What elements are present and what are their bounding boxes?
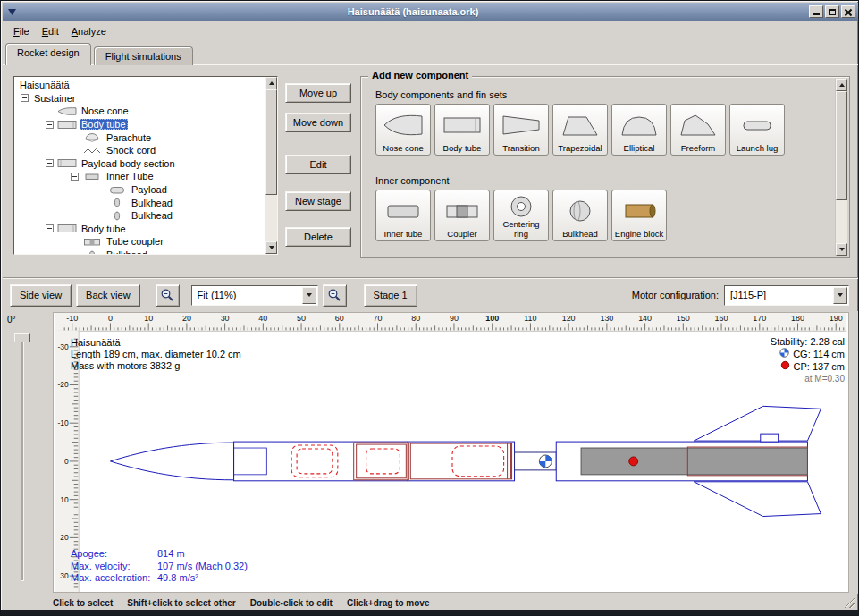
add-transition-button[interactable]: Transition: [493, 104, 549, 156]
parachute-icon: [82, 132, 102, 142]
collapse-icon[interactable]: [71, 173, 79, 181]
nose-cone-icon: [383, 106, 424, 144]
move-up-button[interactable]: Move up: [285, 83, 351, 103]
select-arrow-button[interactable]: [833, 287, 847, 304]
add-coupler-button[interactable]: Coupler: [434, 190, 490, 241]
tree-scrollbar[interactable]: [265, 77, 277, 254]
select-arrow-button[interactable]: [302, 287, 316, 304]
tree-view[interactable]: Haisunäätä Sustainer Nose cone Body tube…: [14, 77, 265, 254]
rocket-length: Length 189 cm, max. diameter 10.2 cm: [71, 349, 241, 360]
palette-scrollbar[interactable]: [835, 79, 847, 256]
svg-text:50: 50: [297, 314, 306, 323]
scroll-down-button[interactable]: [836, 243, 847, 256]
tree-item-bulkhead[interactable]: Bulkhead: [14, 196, 265, 209]
title-bar[interactable]: Haisunäätä (haisunaata.ork): [3, 3, 858, 21]
collapse-icon[interactable]: [46, 224, 54, 232]
component-button-label: Engine block: [615, 230, 663, 239]
svg-text:20: 20: [60, 533, 69, 542]
tree-item-tube-coupler[interactable]: Tube coupler: [14, 235, 265, 249]
scroll-up-button[interactable]: [265, 77, 277, 89]
component-button-label: Body tube: [443, 144, 482, 153]
launch-lug-shape[interactable]: [761, 434, 779, 442]
cg-marker: [539, 455, 552, 468]
svg-text:20: 20: [182, 314, 191, 323]
tree-item-sustainer[interactable]: Sustainer: [14, 92, 265, 105]
svg-text:140: 140: [638, 314, 652, 323]
svg-text:100: 100: [485, 314, 499, 323]
maximize-button[interactable]: [825, 5, 839, 18]
motor-shape[interactable]: [581, 448, 807, 475]
zoom-select[interactable]: Fit (11%): [191, 285, 318, 306]
arrow-up-icon: [269, 81, 274, 85]
zoom-out-button[interactable]: [156, 284, 180, 307]
rotation-slider-thumb[interactable]: [14, 333, 30, 342]
side-view-button[interactable]: Side view: [10, 284, 72, 307]
add-inner-tube-button[interactable]: Inner tube: [375, 190, 431, 241]
component-button-label: Centering ring: [495, 220, 547, 239]
cp-marker: [629, 457, 638, 466]
payload-icon: [107, 185, 127, 195]
tab-flight-simulations[interactable]: Flight simulations: [94, 46, 193, 65]
delete-button[interactable]: Delete: [285, 227, 351, 247]
tree-item-label-selected: Body tube: [80, 119, 128, 130]
svg-text:-20: -20: [58, 380, 70, 389]
add-engine-block-button[interactable]: Engine block: [611, 190, 667, 241]
minimize-button[interactable]: [809, 5, 823, 18]
stage-1-toggle[interactable]: Stage 1: [364, 284, 417, 307]
add-nose-cone-button[interactable]: Nose cone: [375, 104, 431, 156]
add-elliptical-fin-button[interactable]: Elliptical: [611, 104, 667, 156]
window-bottom-edge: [1, 610, 858, 615]
tab-rocket-design[interactable]: Rocket design: [5, 43, 91, 65]
tree-item-body-tube-2[interactable]: Body tube: [14, 223, 265, 236]
system-menu-icon[interactable]: [5, 5, 19, 18]
menu-edit[interactable]: Edit: [36, 23, 65, 39]
tree-item-inner-tube[interactable]: Inner Tube: [14, 170, 265, 183]
add-launch-lug-button[interactable]: Launch lug: [729, 104, 785, 156]
add-bulkhead-button[interactable]: Bulkhead: [552, 190, 608, 241]
add-body-tube-button[interactable]: Body tube: [434, 104, 490, 156]
tree-item-parachute[interactable]: Parachute: [14, 131, 265, 144]
application-window: Haisunäätä (haisunaata.ork) File Edit An…: [0, 0, 859, 616]
collapse-icon[interactable]: [46, 121, 54, 129]
tree-item-bulkhead[interactable]: Bulkhead: [14, 209, 265, 223]
edit-button[interactable]: Edit: [285, 155, 351, 174]
bulkhead-icon: [560, 192, 601, 230]
close-button[interactable]: [841, 5, 855, 18]
collapse-icon[interactable]: [21, 94, 29, 102]
add-freeform-fin-button[interactable]: Freeform: [670, 104, 726, 156]
tree-item-payload-body-section[interactable]: Payload body section: [14, 157, 265, 171]
scrollbar-track[interactable]: [265, 89, 277, 241]
centering-ring-icon: [501, 192, 542, 220]
scrollbar-thumb[interactable]: [265, 89, 277, 195]
zoom-in-button[interactable]: [323, 284, 347, 307]
scroll-down-button[interactable]: [265, 241, 277, 254]
rocket-view: 0° cm -100102030405060708090100110120130…: [3, 311, 858, 594]
payload-section-shape[interactable]: [408, 442, 514, 481]
add-trapezoidal-fin-button[interactable]: Trapezoidal: [552, 104, 608, 156]
svg-text:80: 80: [411, 314, 420, 323]
tree-item-bulkhead[interactable]: Bulkhead: [14, 249, 265, 254]
chevron-down-icon: [307, 293, 312, 297]
rotation-slider[interactable]: [21, 334, 24, 581]
apogee-label: Apogee:: [71, 548, 157, 561]
new-stage-button[interactable]: New stage: [285, 191, 351, 211]
scrollbar-thumb[interactable]: [836, 91, 847, 200]
tree-item-payload[interactable]: Payload: [14, 183, 265, 197]
menu-file[interactable]: File: [7, 23, 36, 39]
tree-item-label: Shock cord: [105, 145, 157, 156]
menu-analyze[interactable]: Analyze: [65, 23, 113, 39]
split-divider[interactable]: [3, 277, 858, 279]
tree-item-shock-cord[interactable]: Shock cord: [14, 144, 265, 157]
motor-configuration-select[interactable]: [J115-P]: [724, 285, 849, 306]
collapse-icon[interactable]: [46, 159, 54, 167]
tree-item-body-tube-selected[interactable]: Body tube: [14, 118, 265, 131]
scroll-up-button[interactable]: [836, 79, 847, 91]
tree-item-rocket[interactable]: Haisunäätä: [14, 79, 265, 92]
scrollbar-track[interactable]: [836, 91, 847, 243]
move-down-button[interactable]: Move down: [285, 113, 351, 132]
tree-item-nose-cone[interactable]: Nose cone: [14, 105, 265, 118]
back-view-button[interactable]: Back view: [76, 284, 140, 307]
cg-value: CG: 114 cm: [793, 349, 845, 360]
svg-text:70: 70: [374, 314, 383, 323]
add-centering-ring-button[interactable]: Centering ring: [493, 190, 549, 241]
